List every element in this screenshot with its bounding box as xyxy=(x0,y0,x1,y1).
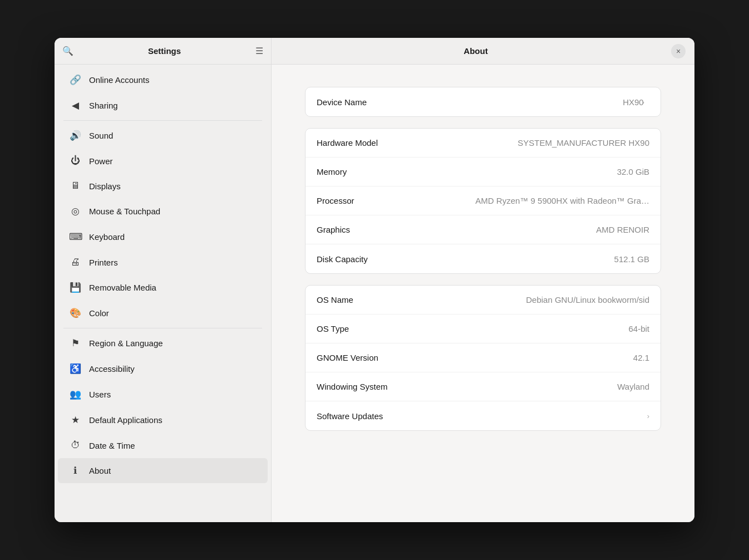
device-name-value: HX90 xyxy=(623,97,639,107)
keyboard-icon: ⌨ xyxy=(69,231,81,243)
processor-row: Processor AMD Ryzen™ 9 5900HX with Radeo… xyxy=(305,186,661,215)
sidebar-item-label: Online Accounts xyxy=(89,75,149,85)
sidebar-item-mouse-touchpad[interactable]: ◎ Mouse & Touchpad xyxy=(58,199,268,224)
mouse-icon: ◎ xyxy=(69,205,81,217)
online-accounts-icon: 🔗 xyxy=(69,74,81,86)
sidebar-item-label: Accessibility xyxy=(89,364,135,374)
about-icon: ℹ xyxy=(69,465,81,477)
settings-title: Settings xyxy=(79,46,250,56)
gnome-value: 42.1 xyxy=(633,353,649,362)
sidebar-item-label: Default Applications xyxy=(89,415,162,425)
sidebar-item-label: Power xyxy=(89,156,113,166)
sidebar-item-date-time[interactable]: ⏱ Date & Time xyxy=(58,433,268,458)
sidebar-item-label: About xyxy=(89,466,111,475)
software-updates-chevron: › xyxy=(647,412,649,420)
sidebar-item-label: Region & Language xyxy=(89,338,163,348)
hardware-model-row: Hardware Model SYSTEM_MANUFACTURER HX90 xyxy=(305,129,661,158)
content-area: 🔗 Online Accounts ◀ Sharing 🔊 Sound ⏻ Po… xyxy=(55,65,694,522)
hardware-model-value: SYSTEM_MANUFACTURER HX90 xyxy=(518,138,649,148)
disk-value: 512.1 GB xyxy=(614,254,649,264)
disk-row: Disk Capacity 512.1 GB xyxy=(305,244,661,273)
sidebar-item-color[interactable]: 🎨 Color xyxy=(58,301,268,326)
sidebar-item-label: Date & Time xyxy=(89,441,135,450)
gnome-label: GNOME Version xyxy=(317,353,378,362)
hardware-model-label: Hardware Model xyxy=(317,138,378,148)
sidebar-item-sound[interactable]: 🔊 Sound xyxy=(58,123,268,148)
sidebar-item-default-applications[interactable]: ★ Default Applications xyxy=(58,407,268,433)
sidebar-item-label: Printers xyxy=(89,258,118,267)
disk-label: Disk Capacity xyxy=(317,254,368,264)
displays-icon: 🖥 xyxy=(69,180,81,191)
device-name-row[interactable]: Device Name HX90 › xyxy=(305,87,661,116)
windowing-row: Windowing System Wayland xyxy=(305,372,661,401)
sidebar-item-printers[interactable]: 🖨 Printers xyxy=(58,250,268,274)
sidebar-item-displays[interactable]: 🖥 Displays xyxy=(58,174,268,198)
search-icon[interactable]: 🔍 xyxy=(62,46,73,56)
sidebar-item-sharing[interactable]: ◀ Sharing xyxy=(58,93,268,118)
color-icon: 🎨 xyxy=(69,307,81,319)
sidebar-item-about[interactable]: ℹ About xyxy=(58,458,268,483)
sidebar-item-label: Keyboard xyxy=(89,232,125,242)
main-content: Device Name HX90 › Hardware Model SYSTEM… xyxy=(272,65,694,522)
sidebar-item-region-language[interactable]: ⚑ Region & Language xyxy=(58,331,268,356)
windowing-value: Wayland xyxy=(617,382,649,391)
os-type-label: OS Type xyxy=(317,324,349,333)
sidebar-item-label: Sharing xyxy=(89,101,118,110)
removable-media-icon: 💾 xyxy=(69,282,81,293)
device-name-chevron: › xyxy=(642,98,644,106)
settings-window: 🔍 Settings ☰ About × 🔗 Online Accounts ◀… xyxy=(55,38,694,522)
sidebar-item-power[interactable]: ⏻ Power xyxy=(58,149,268,173)
gnome-row: GNOME Version 42.1 xyxy=(305,343,661,372)
power-icon: ⏻ xyxy=(69,155,81,166)
software-updates-label: Software Updates xyxy=(317,411,383,421)
close-icon: × xyxy=(676,47,681,56)
printers-icon: 🖨 xyxy=(69,257,81,268)
os-type-row: OS Type 64-bit xyxy=(305,315,661,343)
os-type-value: 64-bit xyxy=(628,324,649,333)
region-icon: ⚑ xyxy=(69,337,81,349)
sidebar-item-label: Color xyxy=(89,308,109,318)
os-name-value: Debian GNU/Linux bookworm/sid xyxy=(526,295,649,304)
sound-icon: 🔊 xyxy=(69,130,81,141)
accessibility-icon: ♿ xyxy=(69,363,81,375)
os-name-label: OS Name xyxy=(317,295,353,304)
software-card: OS Name Debian GNU/Linux bookworm/sid OS… xyxy=(305,285,661,431)
software-updates-row[interactable]: Software Updates › xyxy=(305,401,661,430)
titlebar: 🔍 Settings ☰ About × xyxy=(55,38,694,65)
processor-value: AMD Ryzen™ 9 5900HX with Radeon™ Gra… xyxy=(475,196,649,205)
os-name-row: OS Name Debian GNU/Linux bookworm/sid xyxy=(305,286,661,315)
memory-label: Memory xyxy=(317,167,347,176)
sidebar-item-users[interactable]: 👥 Users xyxy=(58,382,268,407)
menu-icon[interactable]: ☰ xyxy=(255,46,263,56)
sidebar: 🔗 Online Accounts ◀ Sharing 🔊 Sound ⏻ Po… xyxy=(55,65,272,522)
device-name-label: Device Name xyxy=(317,97,367,107)
sidebar-item-keyboard[interactable]: ⌨ Keyboard xyxy=(58,224,268,249)
sidebar-header: 🔍 Settings ☰ xyxy=(55,38,272,64)
users-icon: 👥 xyxy=(69,389,81,400)
graphics-label: Graphics xyxy=(317,225,350,234)
memory-row: Memory 32.0 GiB xyxy=(305,158,661,186)
graphics-value: AMD RENOIR xyxy=(596,225,649,234)
sidebar-item-label: Sound xyxy=(89,131,113,140)
sidebar-item-label: Mouse & Touchpad xyxy=(89,207,160,216)
date-time-icon: ⏱ xyxy=(69,440,81,451)
divider-2 xyxy=(63,328,262,328)
hardware-card: Hardware Model SYSTEM_MANUFACTURER HX90 … xyxy=(305,128,661,274)
graphics-row: Graphics AMD RENOIR xyxy=(305,215,661,244)
sidebar-item-label: Users xyxy=(89,390,111,399)
sidebar-item-label: Removable Media xyxy=(89,283,156,292)
default-apps-icon: ★ xyxy=(69,414,81,426)
page-title: About xyxy=(280,46,671,56)
main-header: About × xyxy=(272,38,694,64)
sidebar-item-accessibility[interactable]: ♿ Accessibility xyxy=(58,356,268,381)
memory-value: 32.0 GiB xyxy=(617,167,649,176)
sharing-icon: ◀ xyxy=(69,100,81,111)
device-name-card: Device Name HX90 › xyxy=(305,87,661,117)
windowing-label: Windowing System xyxy=(317,382,388,391)
processor-label: Processor xyxy=(317,196,354,205)
sidebar-item-online-accounts[interactable]: 🔗 Online Accounts xyxy=(58,67,268,92)
divider-1 xyxy=(63,120,262,121)
close-button[interactable]: × xyxy=(671,44,686,58)
sidebar-item-label: Displays xyxy=(89,181,121,191)
sidebar-item-removable-media[interactable]: 💾 Removable Media xyxy=(58,275,268,300)
